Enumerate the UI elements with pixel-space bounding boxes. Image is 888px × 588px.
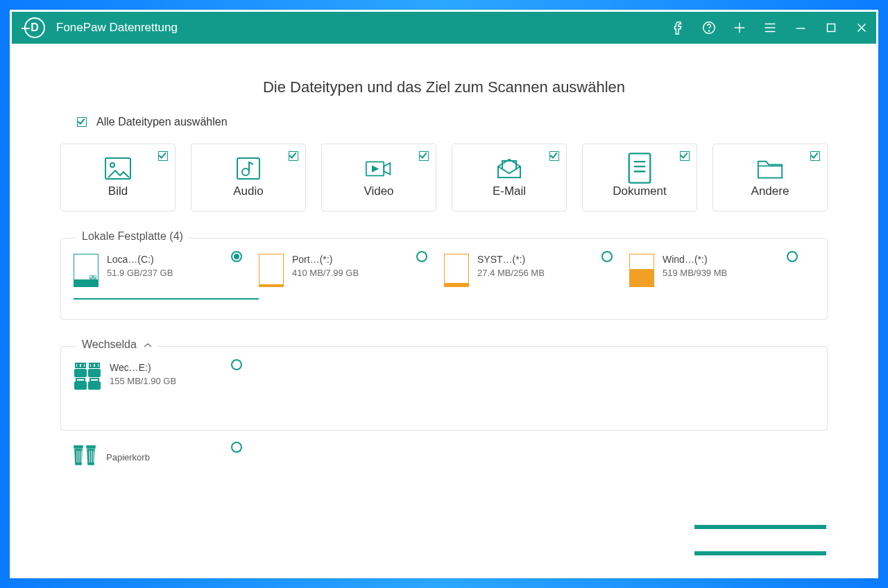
- filetype-card-other[interactable]: Andere: [712, 144, 828, 211]
- filetype-label: E-Mail: [493, 184, 526, 198]
- bin-radio[interactable]: [231, 442, 242, 453]
- disk-size: 155 MB/1.90 GB: [110, 376, 176, 386]
- disk-name: SYST…(*:): [477, 254, 545, 265]
- disk-radio[interactable]: [231, 251, 242, 262]
- usb-drives-icon: [74, 362, 101, 395]
- disk-item-removable-e[interactable]: Wec…E:) 155 MB/1.90 GB: [74, 362, 259, 395]
- select-all-label: Alle Dateitypen auswählen: [96, 116, 228, 128]
- svg-rect-8: [629, 154, 651, 183]
- removable-group: Wechselda: [60, 346, 828, 431]
- disk-item-windows[interactable]: Wind…(*:) 519 MB/939 MB: [629, 254, 814, 300]
- trash-icon: [73, 444, 98, 469]
- drive-fill: [445, 283, 468, 286]
- filetype-label: Bild: [108, 184, 128, 198]
- windows-icon: [89, 273, 96, 279]
- bar-top: [694, 525, 826, 529]
- filetype-card-video[interactable]: Video: [321, 144, 436, 211]
- email-icon: [495, 157, 523, 180]
- disk-radio[interactable]: [601, 251, 613, 262]
- drive-fill: [630, 269, 654, 286]
- app-logo-icon: D: [24, 17, 45, 38]
- filetype-card-image[interactable]: Bild: [60, 144, 176, 211]
- disk-item-c[interactable]: Loca…(C:) 51.9 GB/237 GB: [74, 254, 259, 300]
- local-disks-legend: Lokale Festplatte (4): [76, 230, 189, 243]
- titlebar: D FonePaw Datenrettung: [12, 12, 876, 44]
- disk-name: Port…(*:): [292, 254, 359, 265]
- filetype-checkbox[interactable]: [680, 151, 690, 161]
- bin-area: Papierkorb: [60, 440, 828, 469]
- filetype-checkbox[interactable]: [419, 151, 429, 161]
- drive-fill: [259, 284, 283, 286]
- select-all-checkbox[interactable]: [77, 117, 87, 127]
- disk-size: 410 MB/7.99 GB: [292, 268, 359, 278]
- svg-rect-14: [78, 365, 79, 366]
- drive-icon: [629, 254, 654, 287]
- removable-legend: Wechselda: [76, 338, 157, 351]
- disk-radio[interactable]: [416, 251, 427, 262]
- filetype-checkbox[interactable]: [158, 151, 168, 161]
- maximize-button[interactable]: [823, 20, 839, 35]
- disk-name: Wec…E:): [110, 362, 176, 373]
- svg-rect-15: [82, 365, 83, 366]
- filetype-card-document[interactable]: Dokument: [582, 144, 697, 211]
- svg-rect-22: [88, 381, 101, 390]
- disk-name: Loca…(C:): [107, 254, 173, 265]
- select-all-row[interactable]: Alle Dateitypen auswählen: [77, 116, 828, 128]
- disk-item-system[interactable]: SYST…(*:) 27.4 MB/256 MB: [444, 254, 629, 300]
- local-disks-row: Loca…(C:) 51.9 GB/237 GB Port…(*:) 410 M…: [74, 254, 814, 300]
- svg-rect-11: [89, 279, 92, 282]
- minimize-button[interactable]: [793, 20, 808, 35]
- filetype-label: Dokument: [613, 184, 666, 198]
- filetype-row: Bild Audio Video: [60, 144, 828, 211]
- svg-rect-20: [88, 369, 101, 377]
- svg-rect-17: [92, 365, 93, 366]
- svg-rect-24: [90, 379, 99, 381]
- help-icon[interactable]: [701, 20, 717, 35]
- disk-size: 519 MB/939 MB: [663, 268, 727, 278]
- image-icon: [104, 157, 132, 180]
- local-disks-group: Lokale Festplatte (4) Loca…(C:) 51.9 GB/…: [60, 238, 828, 320]
- disk-item-portable[interactable]: Port…(*:) 410 MB/7.99 GB: [259, 254, 444, 300]
- document-icon: [626, 157, 654, 180]
- filetype-card-email[interactable]: E-Mail: [452, 144, 567, 211]
- drive-icon: [74, 254, 99, 287]
- page-headline: Die Dateitypen und das Ziel zum Scannen …: [60, 78, 828, 96]
- removable-row: Wec…E:) 155 MB/1.90 GB: [74, 362, 814, 395]
- drive-icon: [259, 254, 284, 287]
- disk-name: Wind…(*:): [663, 254, 727, 265]
- svg-point-6: [242, 168, 249, 175]
- disk-radio[interactable]: [787, 251, 798, 262]
- svg-rect-18: [96, 365, 97, 366]
- scan-button-area[interactable]: [694, 525, 826, 555]
- svg-rect-9: [89, 275, 92, 278]
- app-window: D FonePaw Datenrettung: [10, 10, 878, 578]
- filetype-label: Andere: [751, 184, 789, 198]
- titlebar-actions: [671, 20, 869, 35]
- chevron-up-icon[interactable]: [144, 338, 152, 351]
- recycle-bin-item[interactable]: Papierkorb: [73, 444, 259, 469]
- svg-rect-25: [74, 446, 83, 448]
- svg-rect-2: [828, 24, 835, 32]
- svg-rect-26: [87, 446, 95, 448]
- content-area: Die Dateitypen und das Ziel zum Scannen …: [12, 44, 876, 469]
- svg-point-1: [708, 31, 709, 31]
- svg-rect-19: [74, 369, 87, 377]
- disk-radio[interactable]: [231, 359, 242, 370]
- close-button[interactable]: [854, 20, 869, 35]
- drive-icon: [444, 254, 469, 287]
- audio-icon: [234, 157, 262, 180]
- menu-icon[interactable]: [762, 20, 778, 35]
- filetype-checkbox[interactable]: [289, 151, 298, 161]
- svg-rect-12: [94, 279, 96, 282]
- bar-bottom: [694, 551, 826, 555]
- svg-rect-21: [74, 381, 87, 390]
- app-title: FonePaw Datenrettung: [56, 21, 178, 35]
- add-icon[interactable]: [732, 20, 747, 35]
- facebook-icon[interactable]: [671, 20, 686, 35]
- filetype-card-audio[interactable]: Audio: [191, 144, 306, 211]
- video-icon: [365, 157, 393, 180]
- svg-rect-10: [94, 275, 96, 278]
- filetype-checkbox[interactable]: [549, 151, 559, 161]
- disk-size: 27.4 MB/256 MB: [477, 268, 545, 278]
- filetype-checkbox[interactable]: [810, 151, 820, 161]
